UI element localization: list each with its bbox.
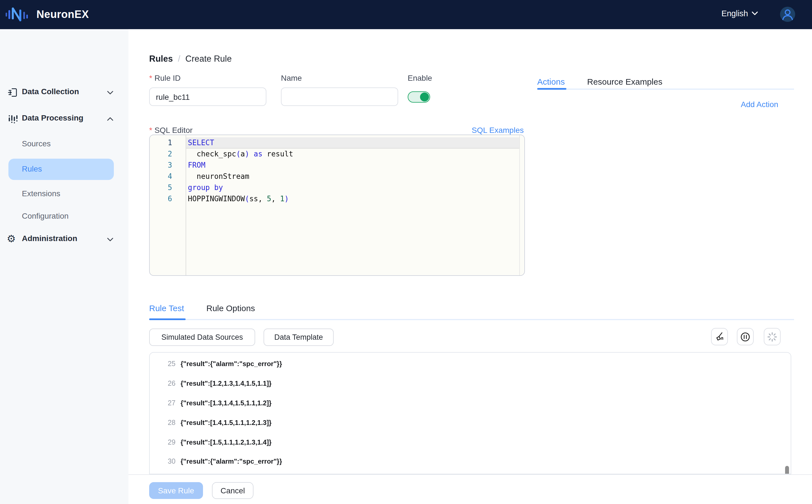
enable-toggle[interactable]: [408, 91, 430, 103]
chevron-down-icon: [107, 238, 113, 242]
breadcrumb-separator: /: [178, 54, 180, 64]
code-line: 1 SELECT: [150, 137, 524, 149]
breadcrumb-current: Create Rule: [185, 54, 232, 64]
user-avatar[interactable]: [780, 7, 795, 22]
line-number: 3: [150, 160, 186, 171]
actions-tab-track: [537, 89, 794, 90]
line-number: 5: [150, 182, 186, 193]
save-rule-button[interactable]: Save Rule: [149, 482, 203, 499]
data-processing-icon: [8, 114, 18, 124]
name-label: Name: [281, 73, 302, 82]
sidebar-item-rules[interactable]: Rules: [8, 159, 114, 180]
sql-code-editor[interactable]: 1 SELECT 2 check_spc(a) as result 3 FROM…: [149, 135, 525, 276]
output-row: 25 {"result":{"alarm":"spc_error"}}: [150, 354, 791, 374]
sidebar: Data Collection Data Processing Sources: [0, 29, 128, 504]
sidebar-item-extensions[interactable]: Extensions: [0, 183, 128, 206]
sidebar-item-label: Administration: [22, 234, 77, 243]
tab-resource-examples[interactable]: Resource Examples: [587, 77, 662, 86]
cancel-button[interactable]: Cancel: [212, 482, 253, 499]
sidebar-item-configuration[interactable]: Configuration: [0, 206, 128, 228]
code-line: 2 check_spc(a) as result: [150, 149, 524, 160]
output-line-text: {"result":{"alarm":"spc_error"}}: [181, 458, 282, 466]
rule-test-tab-track: [149, 319, 794, 320]
actions-tab-indicator: [537, 88, 566, 90]
sidebar-item-data-collection[interactable]: Data Collection: [0, 81, 128, 104]
sidebar-item-label: Data Collection: [22, 87, 79, 96]
name-input[interactable]: [281, 87, 398, 106]
sidebar-item-label: Sources: [22, 139, 51, 148]
sidebar-item-label: Extensions: [22, 189, 60, 198]
output-row: 29 {"result":[1.5,1.1,1.2,1.3,1.4]}: [150, 432, 791, 452]
required-mark: *: [149, 126, 152, 135]
tab-actions[interactable]: Actions: [537, 77, 565, 86]
pause-output-button[interactable]: [737, 328, 754, 345]
chevron-down-icon: [751, 11, 758, 16]
brand: NeuronEX: [6, 7, 89, 22]
output-rows: 25 {"result":{"alarm":"spc_error"}} 26 {…: [150, 353, 791, 471]
tab-rule-test[interactable]: Rule Test: [149, 303, 184, 313]
output-scrollbar-thumb[interactable]: [785, 466, 789, 474]
refresh-loading-button[interactable]: [764, 328, 781, 345]
rule-test-output-panel: 25 {"result":{"alarm":"spc_error"}} 26 {…: [149, 352, 791, 474]
line-number: 1: [150, 137, 186, 149]
sql-examples-link[interactable]: SQL Examples: [472, 126, 524, 135]
simulated-data-sources-button[interactable]: Simulated Data Sources: [149, 329, 255, 346]
output-line-text: {"result":[1.3,1.4,1.5,1.1,1.2]}: [181, 399, 271, 407]
code-lines: 1 SELECT 2 check_spc(a) as result 3 FROM…: [150, 137, 524, 205]
code-line: 6 HOPPINGWINDOW(ss, 5, 1): [150, 193, 524, 205]
top-header: NeuronEX English: [0, 0, 812, 29]
output-line-number: 29: [150, 438, 176, 446]
footer-bar: Save Rule Cancel: [128, 474, 812, 504]
sidebar-item-administration[interactable]: ⚙ Administration: [0, 228, 128, 251]
toggle-knob: [420, 93, 429, 101]
required-mark: *: [149, 73, 152, 82]
sidebar-item-sources[interactable]: Sources: [0, 133, 128, 156]
output-line-number: 25: [150, 360, 176, 368]
sidebar-item-data-processing[interactable]: Data Processing: [0, 108, 128, 130]
language-selector[interactable]: English: [721, 9, 758, 18]
output-row: 27 {"result":[1.3,1.4,1.5,1.1,1.2]}: [150, 393, 791, 413]
pause-icon: [740, 332, 750, 342]
output-row: 26 {"result":[1.2,1.3,1.4,1.5,1.1]}: [150, 374, 791, 394]
output-line-text: {"result":[1.4,1.5,1.1,1.2,1.3]}: [181, 419, 271, 427]
chevron-up-icon: [107, 117, 113, 121]
rule-test-tab-indicator: [149, 318, 186, 320]
output-line-number: 26: [150, 380, 176, 387]
sidebar-item-label: Configuration: [22, 211, 69, 220]
output-line-number: 28: [150, 419, 176, 427]
line-number: 2: [150, 149, 186, 160]
output-line-text: {"result":[1.2,1.3,1.4,1.5,1.1]}: [181, 380, 271, 387]
language-label: English: [721, 9, 748, 18]
code-line: 4 neuronStream: [150, 171, 524, 182]
data-collection-icon: [8, 87, 18, 98]
output-line-number: 30: [150, 458, 176, 466]
line-number: 6: [150, 193, 186, 205]
enable-label: Enable: [408, 73, 432, 82]
data-template-button[interactable]: Data Template: [264, 329, 334, 346]
sql-editor-label: *SQL Editor: [149, 126, 193, 135]
chevron-down-icon: [107, 91, 113, 95]
breadcrumb-rules[interactable]: Rules: [149, 54, 173, 64]
output-line-text: {"result":{"alarm":"spc_error"}}: [181, 360, 282, 368]
app-root: NeuronEX English: [0, 0, 812, 504]
gear-icon: ⚙: [7, 233, 16, 245]
sidebar-item-label: Data Processing: [22, 113, 83, 122]
tab-rule-options[interactable]: Rule Options: [206, 303, 255, 313]
code-line: 5 group by: [150, 182, 524, 193]
line-number: 4: [150, 171, 186, 182]
broom-icon: [715, 332, 724, 341]
user-icon: [780, 7, 795, 22]
sidebar-item-label: Rules: [22, 164, 42, 173]
breadcrumb: Rules / Create Rule: [149, 54, 232, 64]
neuronex-logo-icon: [6, 7, 30, 22]
output-line-number: 27: [150, 399, 176, 407]
add-action-link[interactable]: Add Action: [741, 100, 778, 109]
output-row: 30 {"result":{"alarm":"spc_error"}}: [150, 452, 791, 471]
clear-output-button[interactable]: [711, 328, 728, 345]
rule-id-label: *Rule ID: [149, 73, 181, 82]
spinner-icon: [767, 332, 777, 342]
rule-id-input[interactable]: [149, 87, 266, 106]
output-row: 28 {"result":[1.4,1.5,1.1,1.2,1.3]}: [150, 413, 791, 433]
brand-name: NeuronEX: [36, 8, 89, 21]
code-line: 3 FROM: [150, 160, 524, 171]
